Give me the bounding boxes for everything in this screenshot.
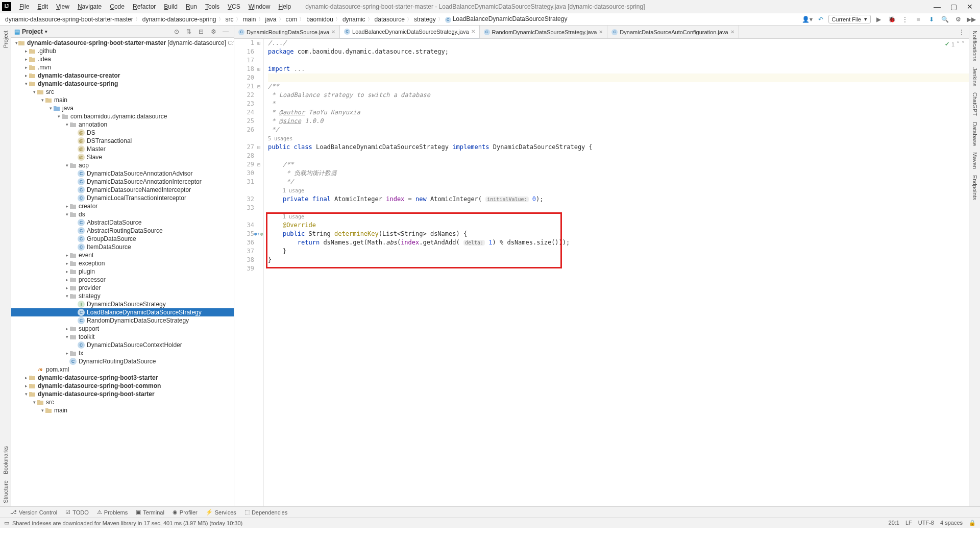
tree-item[interactable]: ▾annotation bbox=[11, 120, 234, 129]
code-area[interactable]: /.../package com.baomidou.dynamic.dataso… bbox=[264, 39, 969, 506]
bottom-tab-terminal[interactable]: ▣Terminal bbox=[136, 509, 164, 516]
gutter-line[interactable]: 29⊟ bbox=[234, 160, 263, 169]
tree-item[interactable]: @Slave bbox=[11, 153, 234, 161]
tree-item[interactable]: ▸dynamic-datasource-spring-boot-common bbox=[11, 382, 234, 390]
tabs-more-icon[interactable]: ⋮ bbox=[954, 29, 969, 36]
tree-item[interactable]: ▸support bbox=[11, 325, 234, 333]
project-tool-button[interactable]: Project bbox=[2, 28, 10, 51]
user-icon[interactable]: 👤▾ bbox=[802, 14, 813, 25]
tree-item[interactable]: ▸.idea bbox=[11, 55, 234, 63]
tree-item[interactable]: ▾java bbox=[11, 104, 234, 112]
database-tool-button[interactable]: Database bbox=[971, 119, 979, 149]
gutter-line[interactable]: 18⊞ bbox=[234, 65, 263, 73]
gutter-line[interactable]: 25 bbox=[234, 117, 263, 126]
editor-gutter[interactable]: 1⊞161718⊞2021⊟222324252627⊟2829⊟30313233… bbox=[234, 39, 264, 506]
tree-item[interactable]: ▾src bbox=[11, 88, 234, 96]
gutter-line[interactable]: 31 bbox=[234, 178, 263, 186]
close-tab-icon[interactable]: ✕ bbox=[331, 29, 335, 35]
tree-item[interactable]: ▾com.baomidou.dynamic.datasource bbox=[11, 112, 234, 120]
tree-item[interactable]: ▸processor bbox=[11, 276, 234, 284]
gutter-line[interactable]: 1⊞ bbox=[234, 39, 263, 47]
chevron-up-icon[interactable]: ˄ bbox=[957, 41, 960, 47]
run-button[interactable]: ▶ bbox=[873, 14, 884, 25]
endpoints-tool-button[interactable]: Endpoints bbox=[971, 172, 979, 203]
tree-item[interactable]: ▾toolkit bbox=[11, 333, 234, 341]
tree-item[interactable]: CLoadBalanceDynamicDataSourceStrategy bbox=[11, 308, 234, 316]
code-line[interactable]: } bbox=[268, 247, 969, 256]
breadcrumb-item[interactable]: baomidou bbox=[304, 16, 335, 23]
code-line[interactable] bbox=[268, 204, 969, 212]
gutter-line[interactable]: 37 bbox=[234, 247, 263, 256]
tree-item[interactable]: ▸dynamic-datasource-creator bbox=[11, 71, 234, 80]
code-line[interactable]: * @author TaoYu Kanyuxia bbox=[268, 108, 969, 117]
gutter-line[interactable]: 22 bbox=[234, 91, 263, 100]
readonly-lock-icon[interactable]: 🔒 bbox=[969, 520, 976, 526]
tree-item[interactable]: CAbstractDataSource bbox=[11, 218, 234, 227]
menu-refactor[interactable]: Refactor bbox=[129, 0, 160, 13]
tree-item[interactable]: CGroupDataSource bbox=[11, 235, 234, 243]
tree-item[interactable]: mpom.xml bbox=[11, 365, 234, 374]
breadcrumb-item[interactable]: datasource bbox=[373, 16, 407, 23]
gutter-line[interactable]: 38 bbox=[234, 256, 263, 264]
tree-item[interactable]: @Master bbox=[11, 145, 234, 153]
close-tab-icon[interactable]: ✕ bbox=[599, 29, 603, 35]
gutter-line[interactable]: 30 bbox=[234, 169, 263, 178]
tree-item[interactable]: CDynamicDataSourceContextHolder bbox=[11, 341, 234, 349]
tree-item[interactable]: ▸.github bbox=[11, 47, 234, 55]
chevron-down-icon[interactable]: ˅ bbox=[962, 41, 965, 47]
hide-panel-icon[interactable]: — bbox=[220, 27, 231, 37]
code-line[interactable]: 1 usage bbox=[268, 212, 969, 221]
notifications-tool-button[interactable]: Notifications bbox=[971, 28, 979, 64]
code-line[interactable]: * LoadBalance strategy to switch a datab… bbox=[268, 91, 969, 100]
tree-item[interactable]: ▾src bbox=[11, 398, 234, 406]
bottom-tab-profiler[interactable]: ◉Profiler bbox=[173, 509, 198, 516]
editor-tab[interactable]: CRandomDynamicDataSourceStrategy.java✕ bbox=[480, 26, 608, 39]
bottom-tab-services[interactable]: ⚡Services bbox=[206, 509, 236, 516]
code-line[interactable] bbox=[268, 152, 969, 160]
back-icon[interactable]: ↶ bbox=[815, 14, 826, 25]
breadcrumb-item[interactable]: dynamic bbox=[340, 16, 368, 23]
gutter-line[interactable]: 26 bbox=[234, 126, 263, 134]
debug-button[interactable]: 🐞 bbox=[886, 14, 897, 25]
bottom-tab-version-control[interactable]: ⎇Version Control bbox=[10, 509, 57, 516]
project-view-selector[interactable]: ▤ Project ▾ bbox=[14, 28, 47, 35]
expand-all-icon[interactable]: ⇅ bbox=[184, 27, 194, 37]
structure-tool-button[interactable]: Structure bbox=[2, 477, 10, 506]
editor-body[interactable]: 1⊞161718⊞2021⊟222324252627⊟2829⊟30313233… bbox=[234, 39, 969, 506]
gutter-line[interactable]: 16 bbox=[234, 47, 263, 56]
code-line[interactable]: */ bbox=[268, 126, 969, 134]
select-opened-file-icon[interactable]: ⊙ bbox=[172, 27, 182, 37]
tree-item[interactable]: ▾dynamic-datasource-spring bbox=[11, 80, 234, 88]
minimize-button[interactable]: — bbox=[929, 3, 945, 11]
tree-item[interactable]: IDynamicDataSourceStrategy bbox=[11, 300, 234, 308]
settings-gear-icon[interactable]: ⚙ bbox=[208, 27, 218, 37]
editor-tab[interactable]: CLoadBalanceDynamicDataSourceStrategy.ja… bbox=[340, 26, 479, 39]
gutter-line[interactable]: 39 bbox=[234, 264, 263, 273]
tree-item[interactable]: ▸exception bbox=[11, 259, 234, 267]
collapse-all-icon[interactable]: ⊟ bbox=[196, 27, 206, 37]
breadcrumb-item[interactable]: src bbox=[224, 16, 236, 23]
tree-item[interactable]: ▸event bbox=[11, 251, 234, 259]
gutter-line[interactable]: 24 bbox=[234, 108, 263, 117]
code-line[interactable]: /** bbox=[268, 82, 969, 91]
tree-item[interactable]: ▾strategy bbox=[11, 292, 234, 300]
gutter-line[interactable]: 33 bbox=[234, 204, 263, 212]
breadcrumb-item[interactable]: com bbox=[284, 16, 300, 23]
tree-item[interactable]: ▸.mvn bbox=[11, 63, 234, 71]
encoding[interactable]: UTF-8 bbox=[918, 520, 934, 526]
gutter-line[interactable] bbox=[234, 212, 263, 221]
menu-run[interactable]: Run bbox=[182, 0, 201, 13]
breadcrumb-item[interactable]: dynamic-datasource-spring bbox=[140, 16, 218, 23]
code-line[interactable]: return dsNames.get(Math.abs(index.getAnd… bbox=[268, 238, 969, 247]
more-run-button[interactable]: ⋮ bbox=[899, 14, 911, 25]
code-line[interactable]: */ bbox=[268, 178, 969, 186]
gutter-line[interactable] bbox=[234, 134, 263, 143]
menu-code[interactable]: Code bbox=[106, 0, 129, 13]
tree-item[interactable]: CRandomDynamicDataSourceStrategy bbox=[11, 316, 234, 325]
tree-item[interactable]: @DS bbox=[11, 129, 234, 137]
run-anything-icon[interactable]: ▶▶ bbox=[966, 14, 977, 25]
jenkins-tool-button[interactable]: Jenkins bbox=[971, 64, 979, 89]
code-line[interactable]: /.../ bbox=[268, 39, 969, 47]
line-separator[interactable]: LF bbox=[905, 520, 912, 526]
gutter-line[interactable]: 27⊟ bbox=[234, 143, 263, 152]
